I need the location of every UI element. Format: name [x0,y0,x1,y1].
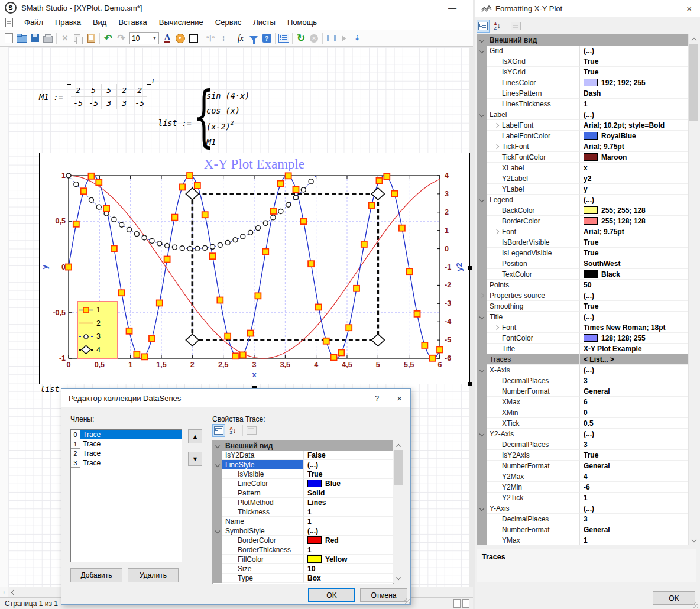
new-button[interactable] [2,32,15,45]
property-value[interactable]: Times New Roman; 18pt [580,322,688,333]
property-row-name[interactable]: Name1 [213,517,393,526]
property-row-font[interactable]: FontTimes New Roman; 18pt [477,322,688,333]
property-row-font[interactable]: FontArial; 9.75pt [477,226,688,237]
property-row-type[interactable]: TypeBox [213,574,393,583]
property-row-isy2data[interactable]: IsY2DataFalse [213,451,393,460]
panel-close-button[interactable]: × [686,4,692,14]
property-row-numberformat[interactable]: NumberFormatGeneral [477,461,688,471]
scrollbar-thumb[interactable] [689,44,698,121]
property-value[interactable]: 1 [580,535,688,545]
xy-plot-widget[interactable]: X-Y Plot Example00,511,522,533,544,555,5… [39,153,470,384]
property-value[interactable]: Red [304,536,393,545]
open-button[interactable] [15,32,28,45]
property-value[interactable]: 128; 128; 255 [580,333,688,344]
font-color-button[interactable]: A [161,32,174,45]
property-value[interactable]: 6 [580,397,688,407]
print-button[interactable] [41,32,54,45]
chevron-right-icon[interactable] [479,293,484,298]
menu-листы[interactable]: Листы [247,18,281,27]
property-value[interactable]: x [580,163,688,173]
chevron-down-icon[interactable] [479,38,484,43]
property-value[interactable]: Yellow [304,555,393,564]
property-row-grid[interactable]: Grid(...) [477,46,688,56]
property-value[interactable]: 255; 128; 128 [580,216,688,226]
property-row-properties-source[interactable]: Properties source(...) [477,290,688,301]
menu-правка[interactable]: Правка [49,18,87,27]
property-row-labelfontcolor[interactable]: LabelFontColorRoyalBlue [477,131,688,141]
cut-button[interactable]: ✕ [59,32,72,45]
property-row-ymax[interactable]: YMax1 [477,535,688,545]
dialog-close-button[interactable]: × [397,393,402,403]
property-value[interactable]: 1 [580,99,688,109]
debug-button[interactable]: ⇣ [351,32,364,45]
chevron-right-icon[interactable] [494,144,499,148]
property-value[interactable]: True [304,469,393,479]
property-row-y-axis[interactable]: Y-Axis(...) [477,503,688,514]
function-button[interactable]: fx [234,32,247,45]
property-value[interactable]: 1 [304,507,393,517]
property-row-legend[interactable]: Legend(...) [477,195,688,205]
menu-вставка[interactable]: Вставка [112,18,153,27]
alphabetical-sort-button[interactable]: AZ↓ [226,424,239,437]
property-row-textcolor[interactable]: TextColorBlack [477,269,688,280]
property-value[interactable]: 50 [580,280,688,290]
property-row-xmin[interactable]: XMin0 [477,407,688,418]
dialog-cancel-button[interactable]: Отмена [360,588,407,602]
property-value[interactable]: 4 [580,471,688,482]
filter-button[interactable] [247,32,260,45]
redo-button[interactable]: ↷ [115,32,128,45]
chevron-down-icon[interactable] [479,432,484,436]
property-row-xlabel[interactable]: XLabelx [477,163,688,173]
property-value[interactable]: (...) [580,429,688,439]
property-row-y2-axis[interactable]: Y2-Axis(...) [477,429,688,439]
property-value[interactable]: Dash [580,88,688,99]
property-row-linespattern[interactable]: LinesPatternDash [477,88,688,99]
property-value[interactable]: Solid [304,488,393,498]
property-row-labelfont[interactable]: LabelFontArial; 10.2pt; style=Bold [477,120,688,131]
property-value[interactable]: (...) [580,365,688,375]
property-value[interactable]: Box [304,574,393,583]
property-value[interactable]: (...) [580,195,688,205]
dialog-grid-scrollbar[interactable] [393,440,403,583]
property-value[interactable]: 10 [304,564,393,574]
property-value[interactable]: 1 [580,493,688,503]
chevron-right-icon[interactable] [494,122,499,127]
property-value[interactable]: 3 [580,375,688,386]
scroll-left-button[interactable] [8,587,18,597]
property-row-points[interactable]: Points50 [477,280,688,290]
property-value[interactable]: General [580,524,688,535]
border-button[interactable] [187,32,200,45]
property-value[interactable]: False [304,451,393,460]
menu-файл[interactable]: Файл [18,18,49,27]
property-value[interactable]: True [580,248,688,258]
property-row-tickfontcolor[interactable]: TickFontColorMaroon [477,152,688,163]
property-row-islegendvisible[interactable]: IsLegendVisibleTrue [477,248,688,258]
play-button[interactable] [338,32,351,45]
scroll-up-button[interactable] [689,34,699,44]
view-mode-buttons[interactable] [452,599,469,608]
property-row-size[interactable]: Size10 [213,564,393,574]
property-value[interactable]: 0.5 [580,418,688,429]
menu-вид[interactable]: Вид [87,18,113,27]
property-row-thickness[interactable]: Thickness1 [213,507,393,517]
property-value[interactable]: y2 [580,173,688,184]
property-pages-button[interactable] [509,20,522,33]
chevron-right-icon[interactable] [494,325,499,329]
property-value[interactable]: True [580,237,688,248]
property-row-внешний-вид[interactable]: Внешний вид [213,441,393,451]
property-row-isbordervisible[interactable]: IsBorderVisibleTrue [477,237,688,248]
property-row-position[interactable]: PositionSouthWest [477,258,688,269]
dialog-help-button[interactable]: ? [375,394,379,403]
property-pages-button[interactable] [245,424,258,437]
property-value[interactable]: (...) [304,460,393,469]
chevron-right-icon[interactable] [494,229,499,234]
property-value[interactable]: (...) [580,46,688,56]
matrix-expression[interactable]: M1 := 25522-5-533-5 T [39,84,155,109]
property-row-numberformat[interactable]: NumberFormatGeneral [477,386,688,397]
property-row-x-axis[interactable]: X-Axis(...) [477,365,688,375]
save-button[interactable] [28,32,41,45]
property-row-xmax[interactable]: XMax6 [477,397,688,407]
property-row-linestyle[interactable]: LineStyle(...) [213,460,393,469]
property-value[interactable]: 1 [304,517,393,526]
property-row-tickfont[interactable]: TickFontArial; 9.75pt [477,141,688,152]
